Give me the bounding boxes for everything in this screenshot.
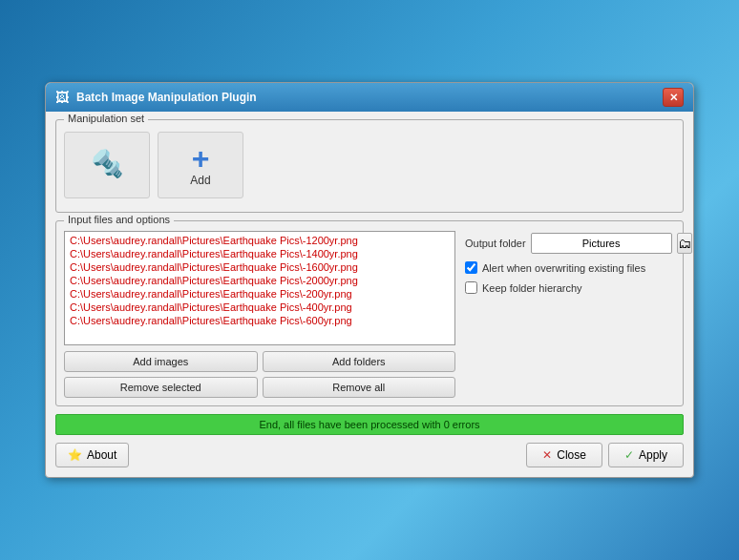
apply-label: Apply — [639, 448, 667, 462]
list-item[interactable]: C:\Users\audrey.randall\Pictures\Earthqu… — [67, 301, 453, 314]
list-item[interactable]: C:\Users\audrey.randall\Pictures\Earthqu… — [67, 234, 453, 247]
output-folder-input[interactable] — [531, 233, 672, 254]
alert-overwrite-checkbox[interactable] — [465, 261, 477, 274]
manipulation-item-plugin[interactable]: 🔩 — [64, 132, 150, 198]
alert-overwrite-row: Alert when overwriting existing files — [465, 261, 675, 274]
list-item[interactable]: C:\Users\audrey.randall\Pictures\Earthqu… — [67, 314, 453, 327]
add-label: Add — [190, 174, 210, 187]
file-list-container: C:\Users\audrey.randall\Pictures\Earthqu… — [64, 231, 455, 398]
bottom-right-buttons: ✕ Close ✓ Apply — [526, 443, 684, 467]
check-icon: ✓ — [624, 448, 634, 462]
list-item[interactable]: C:\Users\audrey.randall\Pictures\Earthqu… — [67, 274, 453, 287]
status-bar: End, all files have been processed with … — [55, 414, 684, 435]
right-options: Output folder 🗂 Alert when overwriting e… — [465, 231, 675, 398]
app-icon: 🖼 — [55, 90, 71, 105]
star-icon: ⭐ — [68, 448, 82, 462]
keep-hierarchy-label: Keep folder hierarchy — [482, 282, 582, 294]
manipulation-set-label: Manipulation set — [64, 113, 148, 124]
list-item[interactable]: C:\Users\audrey.randall\Pictures\Earthqu… — [67, 260, 453, 274]
file-buttons: Add images Add folders Remove selected R… — [64, 351, 455, 398]
close-label: Close — [557, 448, 586, 462]
window-title: Batch Image Manipulation Plugin — [76, 91, 257, 104]
close-button[interactable]: ✕ Close — [526, 443, 602, 467]
list-item[interactable]: C:\Users\audrey.randall\Pictures\Earthqu… — [67, 287, 453, 301]
list-item[interactable]: C:\Users\audrey.randall\Pictures\Earthqu… — [67, 247, 453, 260]
keep-hierarchy-row: Keep folder hierarchy — [465, 281, 675, 294]
browse-folder-button[interactable]: 🗂 — [677, 233, 692, 254]
add-plus-icon: + — [192, 143, 210, 174]
add-images-button[interactable]: Add images — [64, 351, 258, 372]
input-files-content: C:\Users\audrey.randall\Pictures\Earthqu… — [64, 227, 675, 398]
close-x-icon: ✕ — [542, 448, 552, 462]
alert-overwrite-label: Alert when overwriting existing files — [482, 262, 645, 274]
plugin-icon: 🔩 — [91, 148, 124, 179]
title-bar: 🖼 Batch Image Manipulation Plugin ✕ — [46, 83, 693, 112]
remove-all-button[interactable]: Remove all — [263, 377, 456, 398]
output-folder-label: Output folder — [465, 238, 526, 249]
output-folder-row: Output folder 🗂 — [465, 233, 675, 254]
about-button[interactable]: ⭐ About — [55, 443, 129, 467]
add-folders-button[interactable]: Add folders — [263, 351, 456, 372]
manipulation-set-container: 🔩 + Add — [64, 128, 675, 204]
apply-button[interactable]: ✓ Apply — [608, 443, 684, 467]
title-bar-left: 🖼 Batch Image Manipulation Plugin — [55, 90, 257, 105]
file-list[interactable]: C:\Users\audrey.randall\Pictures\Earthqu… — [64, 231, 455, 345]
input-files-group: Input files and options C:\Users\audrey.… — [55, 220, 684, 406]
bottom-buttons: ⭐ About ✕ Close ✓ Apply — [55, 443, 684, 467]
manipulation-item-add[interactable]: + Add — [158, 132, 243, 198]
window-body: Manipulation set 🔩 + Add Input files and… — [46, 112, 693, 477]
main-window: 🖼 Batch Image Manipulation Plugin ✕ Mani… — [45, 82, 694, 478]
manipulation-set-group: Manipulation set 🔩 + Add — [55, 119, 684, 213]
input-files-label: Input files and options — [64, 214, 174, 225]
window-close-button[interactable]: ✕ — [663, 88, 684, 107]
status-message: End, all files have been processed with … — [259, 419, 479, 430]
keep-hierarchy-checkbox[interactable] — [465, 281, 477, 294]
remove-selected-button[interactable]: Remove selected — [64, 377, 258, 398]
about-label: About — [87, 448, 116, 462]
